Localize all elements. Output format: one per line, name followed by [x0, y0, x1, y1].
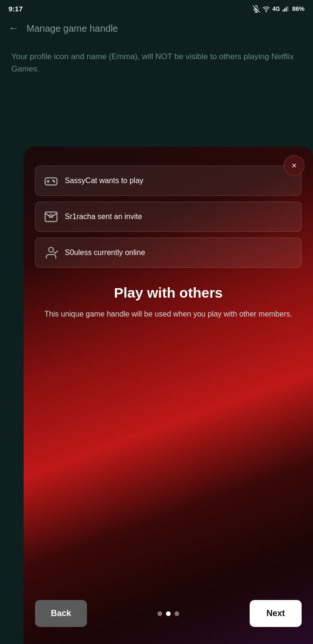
modal-overlay: × SassyCat wants to play Sr1racha [0, 137, 313, 644]
pagination-dots [157, 611, 179, 616]
mute-icon [252, 5, 260, 13]
notification-text-1: SassyCat wants to play [65, 176, 143, 185]
modal-subtext: This unique game handle will be used whe… [35, 309, 302, 320]
notification-item-3: S0uless currently online [35, 238, 302, 268]
wifi-icon [262, 5, 270, 13]
battery-label: 86% [292, 5, 304, 12]
svg-point-15 [49, 247, 53, 252]
status-icons: 4G 86% [252, 5, 304, 13]
svg-rect-5 [284, 8, 285, 11]
close-button[interactable]: × [284, 155, 304, 176]
network-label: 4G [272, 6, 280, 12]
page-content: Your profile icon and name (Emma), will … [0, 41, 313, 84]
person-check-icon [44, 246, 58, 260]
back-arrow-icon[interactable]: ← [9, 22, 19, 35]
status-time: 9:17 [9, 5, 23, 13]
svg-marker-14 [49, 214, 53, 218]
svg-rect-6 [286, 7, 287, 11]
modal-card: × SassyCat wants to play Sr1racha [24, 147, 313, 644]
svg-point-12 [52, 180, 53, 181]
signal-icon [282, 5, 290, 13]
back-button[interactable]: Back [35, 600, 87, 627]
nav-title: Manage game handle [26, 23, 118, 34]
notification-text-2: Sr1racha sent an invite [65, 212, 142, 221]
notification-item-1: SassyCat wants to play [35, 166, 302, 196]
svg-point-3 [266, 11, 266, 11]
dot-3 [174, 611, 179, 616]
status-bar: 9:17 4G 86% [0, 0, 313, 16]
svg-point-13 [54, 181, 55, 182]
dot-1 [157, 611, 162, 616]
svg-rect-7 [287, 6, 288, 11]
envelope-star-icon [44, 210, 58, 224]
modal-footer: Back Next [35, 600, 302, 627]
modal-heading: Play with others [35, 285, 302, 301]
notification-item-2: Sr1racha sent an invite [35, 202, 302, 232]
notification-text-3: S0uless currently online [65, 248, 145, 257]
notifications-list: SassyCat wants to play Sr1racha sent an … [35, 166, 302, 268]
nav-bar: ← Manage game handle [0, 16, 313, 41]
svg-rect-4 [283, 9, 284, 11]
dot-2 [166, 611, 171, 616]
profile-notice: Your profile icon and name (Emma), will … [11, 51, 302, 75]
next-button[interactable]: Next [250, 600, 302, 627]
gamepad-icon [44, 174, 58, 188]
